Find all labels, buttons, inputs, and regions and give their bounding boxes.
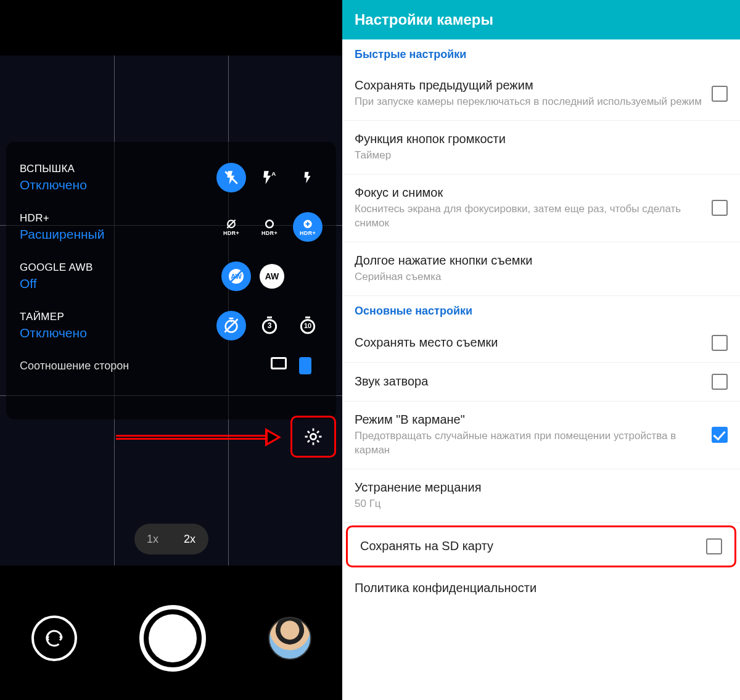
awb-off-icon[interactable]: AW: [221, 261, 251, 291]
settings-list[interactable]: Быстрые настройки Сохранять предыдущий р…: [342, 39, 740, 606]
settings-screen: Настройки камеры Быстрые настройки Сохра…: [342, 0, 740, 700]
setting-title: Сохранять предыдущий режим: [355, 78, 703, 93]
hdr-enhanced-icon[interactable]: HDR+: [293, 212, 323, 242]
aspect-full-icon[interactable]: [299, 357, 311, 374]
quick-row-timer: ТАЙМЕР Отключено 3 10: [20, 301, 326, 350]
flash-value: Отключено: [20, 178, 216, 192]
setting-title: Функция кнопок громкости: [355, 132, 719, 146]
hdr-value: Расширенный: [20, 227, 216, 242]
section-main: Основные настройки: [342, 296, 740, 324]
settings-header: Настройки камеры: [342, 0, 740, 39]
timer-10s-text: 10: [304, 322, 311, 329]
quick-row-hdr: HDR+ Расширенный HDR+ HDR+ HDR+: [20, 202, 326, 252]
hdr-off-icon[interactable]: HDR+: [216, 212, 246, 242]
flash-off-icon[interactable]: [216, 163, 246, 192]
quick-row-flash: ВСПЫШКА Отключено A: [20, 153, 326, 202]
setting-title: Долгое нажатие кнопки съемки: [355, 253, 719, 268]
checkbox[interactable]: [712, 427, 728, 443]
timer-value: Отключено: [20, 326, 216, 340]
setting-title: Сохранять место съемки: [355, 336, 703, 350]
shutter-inner: [149, 614, 197, 662]
setting-sub: При запуске камеры переключаться в после…: [355, 95, 703, 109]
awb-on-icon[interactable]: AW: [260, 264, 284, 289]
timer-3s-icon[interactable]: 3: [255, 311, 284, 340]
setting-sub: Таймер: [355, 149, 719, 163]
setting-sub: Предотвращать случайные нажатия при поме…: [355, 429, 703, 458]
timer-label: ТАЙМЕР: [20, 311, 216, 323]
flash-on-icon[interactable]: [293, 163, 323, 192]
svg-text:A: A: [271, 170, 276, 177]
flash-auto-icon[interactable]: A: [255, 163, 284, 192]
setting-title: Сохранять на SD карту: [360, 539, 697, 553]
gallery-thumbnail[interactable]: [268, 617, 311, 660]
checkbox[interactable]: [712, 200, 728, 216]
setting-save-location[interactable]: Сохранять место съемки: [342, 324, 740, 363]
aspect-4-3-icon[interactable]: [271, 357, 287, 369]
awb-label: GOOGLE AWB: [20, 261, 221, 274]
setting-sub: 50 Гц: [355, 497, 719, 511]
setting-title: Режим "В кармане": [355, 413, 703, 427]
setting-save-to-sd[interactable]: Сохранять на SD карту: [346, 525, 736, 567]
setting-privacy-policy[interactable]: Политика конфиденциальности: [342, 570, 740, 606]
svg-point-4: [266, 220, 273, 228]
checkbox[interactable]: [712, 335, 728, 351]
setting-shutter-sound[interactable]: Звук затвора: [342, 363, 740, 401]
hdr-tag-text: HDR+: [223, 230, 239, 236]
timer-3s-text: 3: [268, 321, 272, 330]
awb-value: Off: [20, 276, 221, 291]
zoom-2x[interactable]: 2x: [171, 533, 208, 546]
checkbox[interactable]: [712, 374, 728, 390]
section-quick: Быстрые настройки: [342, 39, 740, 67]
flash-label: ВСПЫШКА: [20, 163, 216, 175]
setting-volume-keys[interactable]: Функция кнопок громкости Таймер: [342, 121, 740, 175]
settings-gear-button[interactable]: [290, 416, 336, 458]
camera-screen: ВСПЫШКА Отключено A HDR+ Расширенный: [0, 0, 342, 700]
setting-title: Фокус и снимок: [355, 186, 703, 200]
setting-sub: Серийная съемка: [355, 270, 719, 284]
setting-title: Политика конфиденциальности: [355, 581, 719, 595]
setting-focus-shot[interactable]: Фокус и снимок Коснитесь экрана для фоку…: [342, 175, 740, 242]
quick-settings-panel: ВСПЫШКА Отключено A HDR+ Расширенный: [6, 142, 336, 419]
setting-sub: Коснитесь экрана для фокусировки, затем …: [355, 202, 703, 231]
aspect-label: Соотношение сторон: [20, 360, 129, 373]
svg-point-13: [310, 434, 316, 439]
setting-pocket-mode[interactable]: Режим "В кармане" Предотвращать случайны…: [342, 401, 740, 469]
annotation-arrow: [116, 428, 281, 447]
timer-off-icon[interactable]: [216, 311, 246, 340]
camera-bottom-bar: [0, 577, 342, 700]
hdr-tag-text: HDR+: [261, 230, 278, 236]
hdr-on-icon[interactable]: HDR+: [255, 212, 284, 242]
checkbox[interactable]: [712, 86, 728, 102]
timer-10s-icon[interactable]: 10: [293, 311, 323, 340]
switch-camera-button[interactable]: [31, 616, 77, 661]
setting-title: Звук затвора: [355, 374, 703, 389]
setting-antiflicker[interactable]: Устранение мерцания 50 Гц: [342, 469, 740, 523]
setting-title: Устранение мерцания: [355, 480, 719, 495]
hdr-label: HDR+: [20, 212, 216, 224]
setting-long-press[interactable]: Долгое нажатие кнопки съемки Серийная съ…: [342, 242, 740, 296]
switch-camera-icon: [43, 627, 65, 649]
checkbox[interactable]: [706, 538, 722, 554]
hdr-tag-text: HDR+: [300, 230, 316, 236]
quick-row-awb: GOOGLE AWB Off AW AW: [20, 252, 326, 301]
shutter-button[interactable]: [139, 605, 206, 672]
setting-keep-mode[interactable]: Сохранять предыдущий режим При запуске к…: [342, 67, 740, 121]
quick-row-aspect: Соотношение сторон: [20, 350, 326, 381]
gear-icon: [303, 426, 324, 447]
zoom-toggle[interactable]: 1x 2x: [134, 524, 208, 554]
zoom-1x[interactable]: 1x: [134, 533, 171, 546]
awb-tag-text: AW: [265, 271, 279, 281]
